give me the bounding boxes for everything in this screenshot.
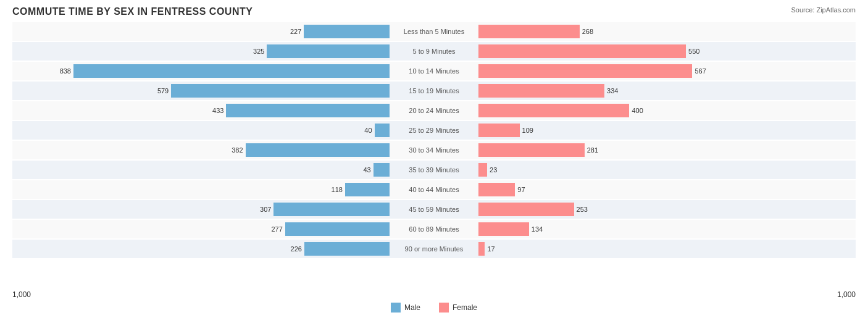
female-bar bbox=[478, 104, 629, 117]
left-section: 118 bbox=[12, 180, 391, 199]
female-value: 23 bbox=[490, 166, 508, 174]
right-section: 97 bbox=[477, 180, 856, 199]
source-text: Source: ZipAtlas.com bbox=[791, 6, 856, 14]
female-value: 550 bbox=[688, 48, 707, 55]
male-bar bbox=[226, 104, 390, 117]
table-row: 11840 to 44 Minutes97 bbox=[12, 180, 856, 199]
male-bar bbox=[375, 124, 390, 137]
axis-left: 1,000 bbox=[12, 290, 31, 299]
row-label: 45 to 59 Minutes bbox=[391, 206, 477, 213]
male-value: 382 bbox=[225, 146, 243, 154]
female-bar bbox=[478, 143, 585, 157]
left-section: 433 bbox=[12, 101, 391, 120]
male-value: 118 bbox=[324, 186, 343, 193]
row-label: 40 to 44 Minutes bbox=[391, 186, 477, 193]
left-section: 307 bbox=[12, 200, 391, 219]
male-bar bbox=[273, 203, 390, 216]
female-bar bbox=[478, 222, 529, 236]
female-bar bbox=[478, 163, 487, 177]
female-bar bbox=[478, 44, 686, 58]
female-value: 134 bbox=[532, 225, 550, 233]
right-section: 17 bbox=[477, 240, 856, 258]
left-section: 226 bbox=[12, 240, 391, 258]
female-bar bbox=[478, 203, 574, 216]
left-section: 227 bbox=[12, 22, 391, 41]
left-section: 277 bbox=[12, 220, 391, 238]
female-value: 97 bbox=[517, 186, 536, 193]
female-bar bbox=[478, 25, 580, 38]
table-row: 57915 to 19 Minutes334 bbox=[12, 82, 856, 100]
right-section: 134 bbox=[477, 220, 856, 238]
male-value: 433 bbox=[205, 107, 223, 114]
table-row: 30745 to 59 Minutes253 bbox=[12, 200, 856, 219]
left-section: 382 bbox=[12, 141, 391, 159]
right-section: 334 bbox=[477, 82, 856, 100]
row-label: 90 or more Minutes bbox=[391, 245, 477, 253]
female-bar bbox=[478, 84, 604, 98]
table-row: 43320 to 24 Minutes400 bbox=[12, 101, 856, 120]
table-row: 4335 to 39 Minutes23 bbox=[12, 161, 856, 179]
male-value: 43 bbox=[353, 166, 371, 174]
female-bar bbox=[478, 242, 485, 256]
legend: Male Female bbox=[12, 303, 856, 313]
female-value: 281 bbox=[587, 146, 606, 154]
left-section: 838 bbox=[12, 62, 391, 80]
row-label: 25 to 29 Minutes bbox=[391, 127, 477, 134]
female-value: 17 bbox=[487, 245, 506, 253]
male-bar bbox=[246, 143, 390, 157]
axis-labels: 1,000 1,000 bbox=[12, 290, 856, 299]
male-value: 838 bbox=[52, 67, 71, 75]
legend-female-label: Female bbox=[453, 303, 477, 312]
row-label: Less than 5 Minutes bbox=[391, 28, 477, 35]
row-label: 20 to 24 Minutes bbox=[391, 107, 477, 114]
row-label: 35 to 39 Minutes bbox=[391, 166, 477, 174]
right-section: 400 bbox=[477, 101, 856, 120]
male-value: 40 bbox=[354, 127, 372, 134]
male-value: 226 bbox=[283, 245, 302, 253]
left-section: 579 bbox=[12, 82, 391, 100]
female-value: 253 bbox=[577, 206, 595, 213]
female-bar bbox=[478, 124, 520, 137]
female-bar bbox=[478, 183, 515, 196]
legend-female-color bbox=[439, 303, 449, 313]
male-value: 277 bbox=[264, 225, 283, 233]
male-value: 579 bbox=[150, 87, 169, 94]
male-bar bbox=[267, 44, 390, 58]
female-bar bbox=[478, 64, 692, 78]
row-label: 5 to 9 Minutes bbox=[391, 48, 477, 55]
female-value: 400 bbox=[632, 107, 650, 114]
table-row: 4025 to 29 Minutes109 bbox=[12, 121, 856, 140]
left-section: 43 bbox=[12, 161, 391, 179]
right-section: 109 bbox=[477, 121, 856, 140]
male-bar bbox=[373, 163, 390, 177]
chart-container: COMMUTE TIME BY SEX IN FENTRESS COUNTY S… bbox=[0, 0, 868, 323]
male-value: 307 bbox=[252, 206, 271, 213]
legend-female: Female bbox=[439, 303, 477, 313]
right-section: 281 bbox=[477, 141, 856, 159]
female-value: 567 bbox=[695, 67, 713, 75]
male-bar bbox=[345, 183, 390, 196]
row-label: 10 to 14 Minutes bbox=[391, 67, 477, 75]
male-bar bbox=[304, 25, 390, 38]
left-section: 40 bbox=[12, 121, 391, 140]
table-row: 22690 or more Minutes17 bbox=[12, 240, 856, 258]
row-label: 15 to 19 Minutes bbox=[391, 87, 477, 94]
axis-right: 1,000 bbox=[837, 290, 856, 299]
right-section: 268 bbox=[477, 22, 856, 41]
left-section: 325 bbox=[12, 42, 391, 61]
female-value: 109 bbox=[522, 127, 541, 134]
male-value: 227 bbox=[283, 28, 301, 35]
table-row: 227Less than 5 Minutes268 bbox=[12, 22, 856, 41]
right-section: 23 bbox=[477, 161, 856, 179]
male-bar bbox=[304, 242, 390, 256]
legend-male-label: Male bbox=[404, 303, 420, 312]
legend-male-color bbox=[391, 303, 401, 313]
right-section: 253 bbox=[477, 200, 856, 219]
male-bar bbox=[171, 84, 390, 98]
right-section: 567 bbox=[477, 62, 856, 80]
table-row: 38230 to 34 Minutes281 bbox=[12, 141, 856, 159]
row-label: 30 to 34 Minutes bbox=[391, 146, 477, 154]
table-row: 83810 to 14 Minutes567 bbox=[12, 62, 856, 80]
male-bar bbox=[285, 222, 390, 236]
row-label: 60 to 89 Minutes bbox=[391, 225, 477, 233]
